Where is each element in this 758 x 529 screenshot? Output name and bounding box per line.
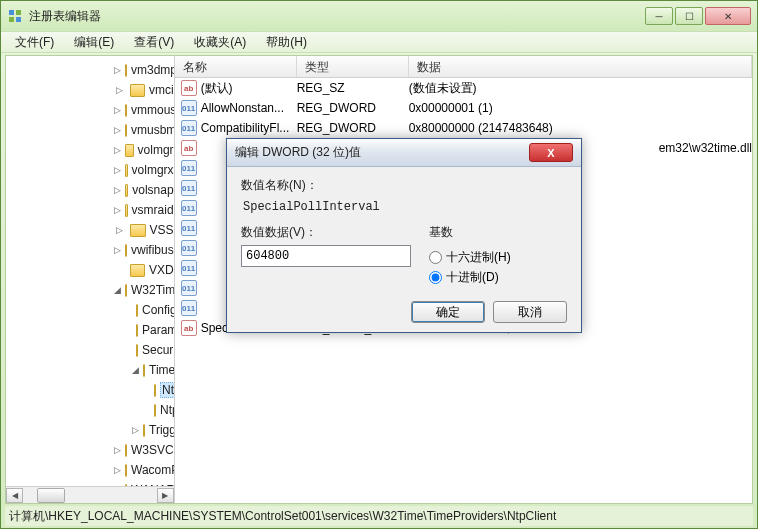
- tree-toggle-icon[interactable]: ▷: [132, 425, 139, 435]
- status-path: 计算机\HKEY_LOCAL_MACHINE\SYSTEM\ControlSet…: [9, 508, 556, 525]
- minimize-button[interactable]: ─: [645, 7, 673, 25]
- maximize-button[interactable]: ☐: [675, 7, 703, 25]
- tree-toggle-icon[interactable]: ▷: [114, 65, 121, 75]
- tree-node[interactable]: ▷WacomPe: [6, 460, 174, 480]
- scroll-thumb[interactable]: [37, 488, 65, 503]
- value-bin-icon: 011: [181, 100, 197, 116]
- tree-hscroll[interactable]: ◀ ▶: [6, 486, 174, 503]
- tree-toggle-icon[interactable]: ▷: [114, 145, 121, 155]
- menu-view[interactable]: 查看(V): [124, 32, 184, 53]
- value-ab-icon: ab: [181, 80, 197, 96]
- cancel-button[interactable]: 取消: [493, 301, 567, 323]
- folder-icon: [125, 64, 127, 77]
- tree-node[interactable]: ▷vwifibus: [6, 240, 174, 260]
- value-data: 0x80000000 (2147483648): [409, 121, 752, 135]
- tree-node[interactable]: ▷VSS: [6, 220, 174, 240]
- value-name: (默认): [201, 80, 233, 97]
- folder-icon: [136, 324, 138, 337]
- tree-toggle-icon[interactable]: ▷: [114, 205, 121, 215]
- col-type[interactable]: 类型: [297, 56, 409, 77]
- tree-node[interactable]: ▷W3SVC: [6, 440, 174, 460]
- col-data[interactable]: 数据: [409, 56, 752, 77]
- tree-node[interactable]: VXD: [6, 260, 174, 280]
- dialog-close-button[interactable]: X: [529, 143, 573, 162]
- folder-icon: [125, 184, 128, 197]
- value-data-input[interactable]: [241, 245, 411, 267]
- folder-icon: [125, 464, 127, 477]
- radix-hex-label: 十六进制(H): [446, 249, 511, 266]
- folder-icon: [154, 404, 156, 417]
- statusbar: 计算机\HKEY_LOCAL_MACHINE\SYSTEM\ControlSet…: [5, 506, 753, 526]
- tree-node[interactable]: Config: [6, 300, 174, 320]
- scroll-right-icon[interactable]: ▶: [157, 488, 174, 503]
- tree-node[interactable]: ▷vmmouse: [6, 100, 174, 120]
- tree-toggle-icon[interactable]: ◢: [132, 365, 139, 375]
- folder-icon: [154, 384, 156, 397]
- tree-node[interactable]: Securit: [6, 340, 174, 360]
- close-button[interactable]: ✕: [705, 7, 751, 25]
- tree-node[interactable]: ◢TimePr: [6, 360, 174, 380]
- menu-fav[interactable]: 收藏夹(A): [184, 32, 256, 53]
- tree-node[interactable]: ▷volmgrx: [6, 160, 174, 180]
- tree-toggle-icon[interactable]: ▷: [114, 245, 121, 255]
- value-name-readonly: SpecialPollInterval: [241, 198, 567, 224]
- tree-toggle-icon[interactable]: ▷: [114, 125, 121, 135]
- tree-toggle-icon[interactable]: ▷: [114, 105, 121, 115]
- value-bin-icon: 011: [181, 300, 197, 316]
- tree-node[interactable]: ▷volsnap: [6, 180, 174, 200]
- folder-icon: [125, 164, 128, 177]
- value-type: REG_DWORD: [297, 101, 409, 115]
- list-row[interactable]: 011CompatibilityFl...REG_DWORD0x80000000…: [175, 118, 752, 138]
- list-row[interactable]: ab(默认)REG_SZ(数值未设置): [175, 78, 752, 98]
- folder-icon: [130, 84, 145, 97]
- tree-toggle-icon[interactable]: ▷: [114, 445, 121, 455]
- menu-file[interactable]: 文件(F): [5, 32, 64, 53]
- tree-node[interactable]: Ntp: [6, 380, 174, 400]
- tree-label: W32Time: [131, 283, 175, 297]
- value-type: REG_DWORD: [297, 121, 409, 135]
- list-row[interactable]: 011AllowNonstan...REG_DWORD0x00000001 (1…: [175, 98, 752, 118]
- titlebar[interactable]: 注册表编辑器 ─ ☐ ✕: [1, 1, 757, 31]
- tree-label: vm3dmp: [131, 63, 175, 77]
- tree-node[interactable]: Ntp: [6, 400, 174, 420]
- menu-help[interactable]: 帮助(H): [256, 32, 317, 53]
- main-window: 注册表编辑器 ─ ☐ ✕ 文件(F) 编辑(E) 查看(V) 收藏夹(A) 帮助…: [0, 0, 758, 529]
- list-header[interactable]: 名称 类型 数据: [175, 56, 752, 78]
- tree-toggle-icon[interactable]: ◢: [114, 285, 121, 295]
- tree-label: Securit: [142, 343, 175, 357]
- tree-node[interactable]: ▷vmci: [6, 80, 174, 100]
- dialog-titlebar[interactable]: 编辑 DWORD (32 位)值 X: [227, 139, 581, 167]
- dialog-title: 编辑 DWORD (32 位)值: [235, 144, 529, 161]
- tree-toggle-icon[interactable]: ▷: [114, 165, 121, 175]
- radix-hex-radio[interactable]: [429, 251, 442, 264]
- ok-button[interactable]: 确定: [411, 301, 485, 323]
- folder-icon: [136, 344, 138, 357]
- folder-icon: [125, 124, 127, 137]
- value-bin-icon: 011: [181, 120, 197, 136]
- tree-label: WacomPe: [131, 463, 175, 477]
- tree-node[interactable]: ▷vm3dmp: [6, 60, 174, 80]
- tree-node[interactable]: ◢W32Time: [6, 280, 174, 300]
- tree-toggle-icon[interactable]: ▷: [114, 225, 126, 235]
- tree-toggle-icon[interactable]: ▷: [114, 85, 126, 95]
- tree-node[interactable]: ▷vmusbmo: [6, 120, 174, 140]
- value-data-label: 数值数据(V)：: [241, 224, 411, 241]
- svg-rect-3: [16, 17, 21, 22]
- scroll-left-icon[interactable]: ◀: [6, 488, 23, 503]
- menu-edit[interactable]: 编辑(E): [64, 32, 124, 53]
- scroll-track[interactable]: [23, 488, 157, 503]
- value-type: REG_SZ: [297, 81, 409, 95]
- folder-icon: [125, 204, 128, 217]
- radix-dec-radio[interactable]: [429, 271, 442, 284]
- tree-node[interactable]: ▷volmgr: [6, 140, 174, 160]
- tree-toggle-icon[interactable]: ▷: [114, 185, 121, 195]
- tree-node[interactable]: ▷vsmraid: [6, 200, 174, 220]
- col-name[interactable]: 名称: [175, 56, 297, 77]
- tree-pane[interactable]: ▷vm3dmp▷vmci▷vmmouse▷vmusbmo▷volmgr▷volm…: [6, 56, 175, 503]
- value-ab-icon: ab: [181, 140, 197, 156]
- tree-toggle-icon[interactable]: ▷: [114, 465, 121, 475]
- folder-icon: [125, 144, 134, 157]
- value-name: AllowNonstan...: [201, 101, 284, 115]
- tree-node[interactable]: ▷Trigge: [6, 420, 174, 440]
- tree-node[interactable]: Param: [6, 320, 174, 340]
